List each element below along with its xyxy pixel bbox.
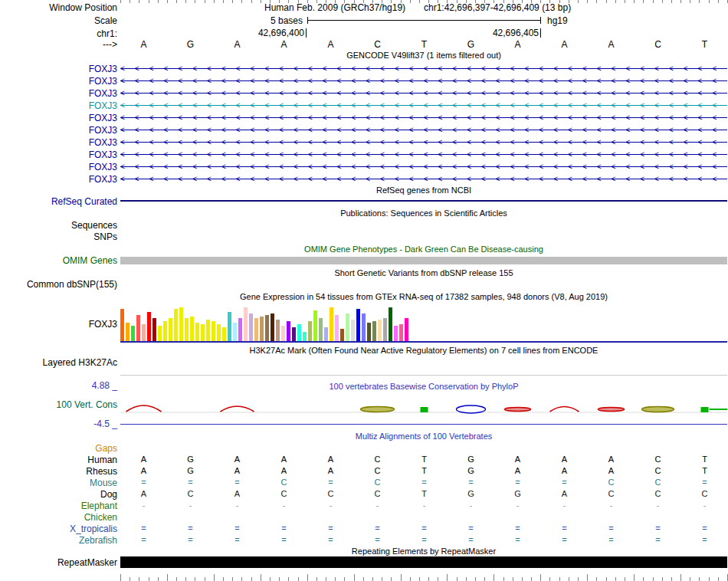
gtex-expression-bar[interactable] <box>330 307 333 341</box>
gtex-gene-label[interactable]: FOXJ3 <box>0 319 117 330</box>
gencode-transcript-row[interactable]: FOXJ3<<<<<<<<<<<<<<<<<<<<<<<<<<<<<<<<<<<… <box>0 63 728 75</box>
gencode-transcript-row[interactable]: FOXJ3<<<<<<<<<<<<<<<<<<<<<<<<<<<<<<<<<<<… <box>0 124 728 136</box>
gtex-expression-bar[interactable] <box>126 323 130 341</box>
multiz-species-row[interactable]: HumanAGAAACTGAAACT <box>0 455 728 466</box>
gtex-expression-bar[interactable] <box>260 317 264 341</box>
layered-h3k27ac-label[interactable]: Layered H3K27Ac <box>0 357 117 368</box>
gencode-item-label[interactable]: FOXJ3 <box>0 149 117 160</box>
gtex-expression-bar[interactable] <box>399 324 403 341</box>
publications-snps-label[interactable]: SNPs <box>0 231 117 242</box>
gtex-expression-bar[interactable] <box>136 315 140 341</box>
gencode-transcript-line[interactable]: <<<<<<<<<<<<<<<<<<<<<<<<<<<<<<<<<<<<<<<<… <box>120 137 727 147</box>
multiz-species-label[interactable]: Mouse <box>0 478 117 488</box>
repeatmasker-label[interactable]: RepeatMasker <box>0 557 117 568</box>
gtex-expression-bar[interactable] <box>179 307 183 341</box>
multiz-species-row[interactable]: X_tropicalis============= <box>0 524 728 535</box>
gtex-expression-bar[interactable] <box>281 326 285 341</box>
gtex-expression-bar[interactable] <box>313 310 317 341</box>
gtex-expression-bar[interactable] <box>147 312 151 341</box>
gencode-transcript-line[interactable]: <<<<<<<<<<<<<<<<<<<<<<<<<<<<<<<<<<<<<<<<… <box>120 125 727 135</box>
gtex-expression-bar[interactable] <box>120 309 124 341</box>
gtex-expression-bar[interactable] <box>169 318 172 341</box>
multiz-species-row[interactable]: Elephant------------- <box>0 501 728 512</box>
gencode-transcript-row[interactable]: FOXJ3<<<<<<<<<<<<<<<<<<<<<<<<<<<<<<<<<<<… <box>0 87 728 100</box>
gencode-transcript-row[interactable]: FOXJ3<<<<<<<<<<<<<<<<<<<<<<<<<<<<<<<<<<<… <box>0 136 728 149</box>
multiz-species-row[interactable]: Chicken <box>0 512 728 524</box>
multiz-species-label[interactable]: Chicken <box>0 512 117 523</box>
gencode-transcript-row[interactable]: FOXJ3<<<<<<<<<<<<<<<<<<<<<<<<<<<<<<<<<<<… <box>0 75 728 87</box>
gtex-expression-bar[interactable] <box>152 318 156 341</box>
gencode-transcript-row[interactable]: FOXJ3<<<<<<<<<<<<<<<<<<<<<<<<<<<<<<<<<<<… <box>0 112 728 124</box>
gtex-expression-bar[interactable] <box>142 324 146 341</box>
gtex-expression-bar[interactable] <box>244 307 248 341</box>
gencode-item-label[interactable]: FOXJ3 <box>0 174 117 185</box>
gtex-expression-bar[interactable] <box>324 327 328 341</box>
gtex-expression-bar[interactable] <box>303 332 307 341</box>
multiz-species-row[interactable]: RhesusAGAAACTGAAACT <box>0 466 728 478</box>
gencode-item-label[interactable]: FOXJ3 <box>0 137 117 148</box>
gtex-expression-bar[interactable] <box>351 320 355 341</box>
refseq-gene-line[interactable] <box>120 200 727 202</box>
gencode-item-label[interactable]: FOXJ3 <box>0 162 117 172</box>
gencode-transcript-line[interactable]: <<<<<<<<<<<<<<<<<<<<<<<<<<<<<<<<<<<<<<<<… <box>120 88 727 98</box>
gencode-item-label[interactable]: FOXJ3 <box>0 125 117 136</box>
gencode-item-label[interactable]: FOXJ3 <box>0 76 117 87</box>
common-dbsnp-label[interactable]: Common dbSNP(155) <box>0 279 117 290</box>
gtex-expression-bar[interactable] <box>372 321 376 341</box>
gtex-expression-bar[interactable] <box>222 327 226 341</box>
gtex-expression-bar[interactable] <box>228 312 231 341</box>
gencode-transcript-line[interactable]: <<<<<<<<<<<<<<<<<<<<<<<<<<<<<<<<<<<<<<<<… <box>120 76 727 86</box>
multiz-species-label[interactable]: X_tropicalis <box>0 524 117 534</box>
gtex-expression-bar[interactable] <box>206 320 210 341</box>
gencode-item-label[interactable]: FOXJ3 <box>0 100 117 111</box>
gencode-item-label[interactable]: FOXJ3 <box>0 64 117 74</box>
multiz-species-label[interactable]: Human <box>0 455 117 465</box>
gtex-expression-bar[interactable] <box>265 315 269 341</box>
gtex-expression-bar[interactable] <box>383 318 387 341</box>
gtex-expression-bar[interactable] <box>238 318 242 341</box>
gencode-transcript-line[interactable]: <<<<<<<<<<<<<<<<<<<<<<<<<<<<<<<<<<<<<<<<… <box>120 174 727 184</box>
gencode-transcript-line[interactable]: <<<<<<<<<<<<<<<<<<<<<<<<<<<<<<<<<<<<<<<<… <box>120 100 727 110</box>
gtex-expression-bar[interactable] <box>131 326 135 341</box>
gencode-transcript-row[interactable]: FOXJ3<<<<<<<<<<<<<<<<<<<<<<<<<<<<<<<<<<<… <box>0 149 728 161</box>
gencode-transcript-row[interactable]: FOXJ3<<<<<<<<<<<<<<<<<<<<<<<<<<<<<<<<<<<… <box>0 173 728 185</box>
gtex-expression-bar[interactable] <box>362 313 366 341</box>
gtex-expression-bar[interactable] <box>297 324 301 341</box>
gtex-expression-bar[interactable] <box>346 313 349 341</box>
gtex-expression-bar[interactable] <box>212 321 215 341</box>
gtex-expression-bar[interactable] <box>190 317 194 341</box>
omim-genes-label[interactable]: OMIM Genes <box>0 255 117 266</box>
gtex-expression-bar[interactable] <box>195 323 199 341</box>
conservation-track-label[interactable]: 100 Vert. Cons <box>0 399 117 410</box>
gtex-expression-bar[interactable] <box>308 321 312 341</box>
gtex-expression-bar[interactable] <box>394 326 398 341</box>
gtex-expression-bar[interactable] <box>174 309 178 341</box>
multiz-species-label[interactable]: Zebrafish <box>0 535 117 546</box>
gencode-transcript-line[interactable]: <<<<<<<<<<<<<<<<<<<<<<<<<<<<<<<<<<<<<<<<… <box>120 149 727 159</box>
gtex-expression-bar[interactable] <box>233 323 237 341</box>
multiz-species-label[interactable]: Rhesus <box>0 466 117 477</box>
gtex-expression-bar[interactable] <box>158 326 162 341</box>
gtex-expression-bar[interactable] <box>335 315 339 341</box>
gtex-expression-bar[interactable] <box>389 307 392 341</box>
gtex-expression-bar[interactable] <box>254 318 258 341</box>
gtex-expression-bar[interactable] <box>340 329 344 341</box>
multiz-species-row[interactable]: Zebrafish============= <box>0 535 728 547</box>
gtex-expression-bar[interactable] <box>276 320 280 341</box>
gencode-transcript-row[interactable]: FOXJ3<<<<<<<<<<<<<<<<<<<<<<<<<<<<<<<<<<<… <box>0 100 728 112</box>
gtex-expression-barchart[interactable] <box>120 304 412 341</box>
multiz-species-row[interactable]: Gaps <box>0 443 728 455</box>
omim-gene-bar[interactable] <box>120 257 727 264</box>
conservation-wiggle[interactable] <box>120 389 727 424</box>
gtex-expression-bar[interactable] <box>356 309 360 341</box>
gencode-item-label[interactable]: FOXJ3 <box>0 88 117 99</box>
multiz-species-label[interactable]: Elephant <box>0 501 117 511</box>
gtex-expression-bar[interactable] <box>217 324 221 341</box>
multiz-species-label[interactable]: Gaps <box>0 443 117 454</box>
multiz-species-label[interactable]: Dog <box>0 489 117 500</box>
gtex-expression-bar[interactable] <box>185 318 189 341</box>
gtex-expression-bar[interactable] <box>405 318 408 341</box>
gtex-expression-bar[interactable] <box>367 323 371 341</box>
gencode-transcript-line[interactable]: <<<<<<<<<<<<<<<<<<<<<<<<<<<<<<<<<<<<<<<<… <box>120 113 727 123</box>
gtex-expression-bar[interactable] <box>287 321 290 341</box>
